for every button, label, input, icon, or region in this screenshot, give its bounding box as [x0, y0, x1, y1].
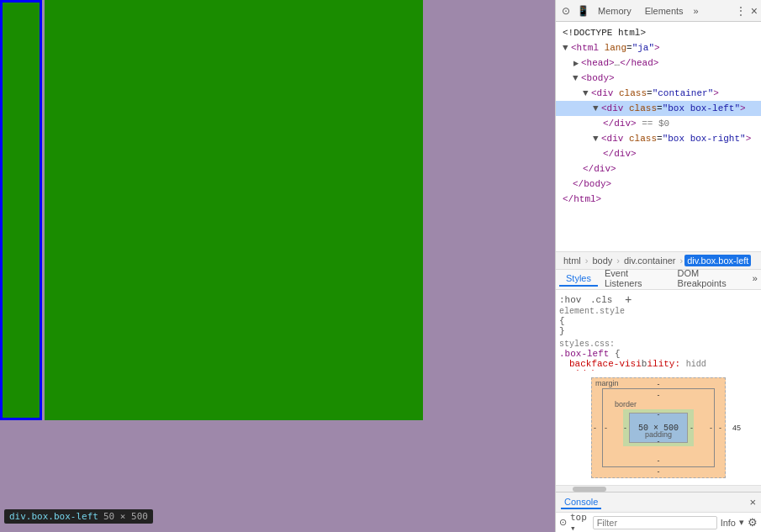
breadcrumb-bar: html › body › div.container › div.box.bo…: [556, 251, 761, 270]
devtools-panel: ⊙ 📱 Memory Elements » ⋮ × <!DOCTYPE html…: [555, 0, 761, 532]
console-prompt: top ▾: [570, 512, 589, 533]
tab-event-listeners[interactable]: Event Listeners: [598, 270, 671, 292]
add-style-button[interactable]: +: [625, 293, 632, 307]
box-model-padding-bottom: -: [658, 437, 660, 445]
box-model-padding-right: -: [690, 424, 693, 432]
tree-doctype[interactable]: <!DOCTYPE html>: [556, 25, 761, 40]
page-content: [0, 0, 555, 532]
tab-memory[interactable]: Memory: [593, 4, 637, 18]
box-right-element: [45, 0, 423, 420]
device-icon[interactable]: 📱: [576, 4, 589, 18]
box-model-border: border - - - - padding - - - -: [602, 388, 715, 467]
tree-body[interactable]: ▼<body>: [556, 71, 761, 86]
tree-box-left-end[interactable]: </div> == $0: [556, 116, 761, 131]
box-model-padding-top: -: [658, 410, 660, 419]
devtools-more-icon[interactable]: ⋮: [734, 4, 748, 18]
tooltip-tag: div.box.box-left: [9, 511, 98, 522]
style-rule-box-left: styles.css: .box-left { backface-visibil…: [559, 340, 758, 371]
style-rule-hov: :hov .cls + element.style { }: [559, 293, 758, 336]
style-source-file[interactable]: styles.css:: [559, 340, 758, 349]
element-tooltip: div.box.box-left 50 × 500: [4, 509, 153, 524]
box-model-margin-right: -: [719, 424, 721, 432]
box-model-margin-left: -: [594, 424, 596, 432]
devtools-close-button[interactable]: ×: [751, 5, 758, 17]
styles-scrollbar-thumb[interactable]: [573, 487, 606, 492]
box-model: margin - - - - border - - - -: [591, 377, 726, 478]
console-top-icon[interactable]: ⊙: [559, 517, 567, 528]
styles-panel: Styles Event Listeners DOM Breakpoints »…: [556, 270, 761, 492]
console-tab-bar: Console ×: [556, 492, 761, 512]
tab-dom-breakpoints[interactable]: DOM Breakpoints: [671, 270, 753, 292]
style-source-element: element.style: [559, 307, 758, 316]
breadcrumb-body[interactable]: body: [589, 255, 615, 266]
style-selector-hov[interactable]: :hov .cls +: [559, 293, 758, 307]
browser-viewport: div.box.box-left 50 × 500: [0, 0, 555, 532]
tree-box-right[interactable]: ▼<div class="box box-right">: [556, 131, 761, 146]
box-model-border-left: -: [605, 424, 607, 432]
box-model-right-value: 45: [732, 424, 741, 432]
box-model-border-right: -: [710, 424, 712, 432]
console-gear-icon[interactable]: ⚙: [748, 516, 758, 529]
tree-box-left[interactable]: ▼<div class="box box-left">: [556, 101, 761, 116]
console-info-arrow[interactable]: ▾: [739, 517, 744, 528]
devtools-toolbar: ⊙ 📱 Memory Elements » ⋮ ×: [556, 0, 761, 22]
box-left-element: [0, 0, 42, 420]
more-tabs-icon[interactable]: »: [694, 6, 699, 16]
box-model-margin-label: margin: [595, 379, 619, 387]
console-info-label[interactable]: Info: [721, 518, 736, 528]
breadcrumb-html[interactable]: html: [561, 255, 584, 266]
tree-html-end[interactable]: </html>: [556, 192, 761, 207]
styles-content: :hov .cls + element.style { } styles.css…: [556, 290, 761, 371]
tab-console[interactable]: Console: [561, 496, 601, 509]
tree-html[interactable]: ▼<html lang="ja">: [556, 40, 761, 55]
tree-box-right-end[interactable]: </div>: [556, 146, 761, 161]
box-model-container: margin - - - - border - - - -: [556, 371, 761, 485]
styles-tabs: Styles Event Listeners DOM Breakpoints »: [556, 270, 761, 290]
box-model-border-label: border: [615, 400, 637, 408]
tab-elements[interactable]: Elements: [640, 4, 689, 18]
tab-styles[interactable]: Styles: [559, 271, 598, 287]
inspect-icon[interactable]: ⊙: [559, 4, 573, 18]
tree-body-end[interactable]: </body>: [556, 176, 761, 192]
box-model-padding-left: -: [624, 424, 626, 432]
box-model-margin-top: -: [658, 380, 660, 388]
tree-container-end[interactable]: </div>: [556, 161, 761, 176]
breadcrumb-container[interactable]: div.container: [621, 255, 679, 266]
box-model-margin: margin - - - - border - - - -: [591, 377, 726, 478]
more-style-tabs-icon[interactable]: »: [752, 274, 758, 284]
tooltip-dimensions: 50 × 500: [103, 511, 148, 522]
tree-container[interactable]: ▼<div class="container">: [556, 86, 761, 101]
style-prop-backface: backface-visibility: hidd: [559, 359, 758, 369]
breadcrumb-box-left[interactable]: div.box.box-left: [684, 255, 751, 266]
box-model-border-bottom: -: [658, 456, 660, 465]
console-filter-input[interactable]: [593, 516, 717, 529]
style-selector-box-left[interactable]: .box-left {: [559, 349, 758, 359]
box-model-padding: padding - - - - 50 × 500: [623, 409, 694, 446]
console-input-bar: ⊙ top ▾ Info ▾ ⚙: [556, 512, 761, 532]
tree-head[interactable]: ▼<head>…</head>: [556, 55, 761, 71]
styles-scrollbar[interactable]: [556, 485, 761, 492]
console-close-button[interactable]: ×: [749, 496, 756, 508]
box-model-border-top: -: [658, 391, 660, 399]
box-model-margin-bottom: -: [658, 467, 660, 476]
html-tree: <!DOCTYPE html> ▼<html lang="ja"> ▼<head…: [556, 22, 761, 251]
